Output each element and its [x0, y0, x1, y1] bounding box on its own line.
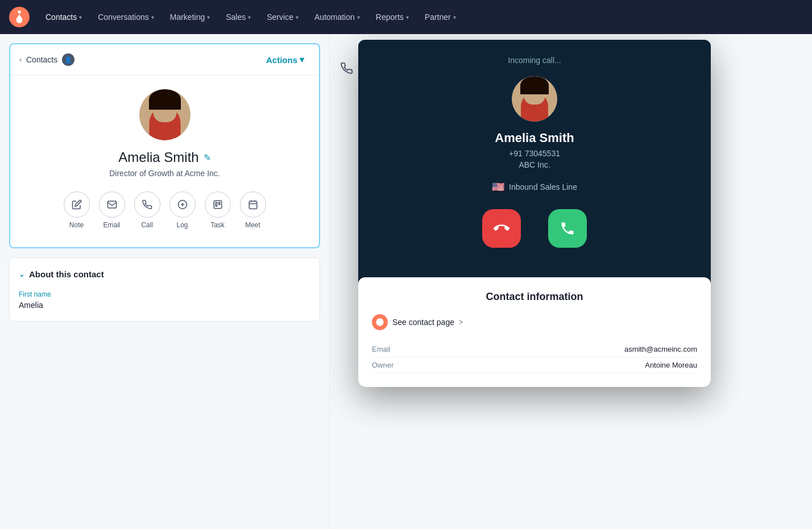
note-icon	[64, 191, 90, 218]
svg-point-1	[18, 10, 20, 13]
nav-automation[interactable]: Automation ▾	[308, 8, 367, 26]
nav-contacts[interactable]: Contacts ▾	[39, 8, 89, 26]
nav-partner-chevron: ▾	[453, 14, 456, 20]
call-label: Call	[141, 221, 153, 229]
person-icon: 👤	[62, 53, 74, 66]
nav-reports[interactable]: Reports ▾	[369, 8, 416, 26]
back-label: Contacts	[26, 55, 57, 64]
avatar-hair	[149, 89, 181, 110]
about-section: ⌄ About this contact First name Amelia	[9, 257, 320, 322]
task-icon	[205, 191, 231, 218]
contact-info-owner-row: Owner Antoine Moreau	[372, 357, 697, 373]
main-content: ‹ Contacts 👤 Actions ▾ Ame	[0, 34, 812, 529]
nav-automation-chevron: ▾	[357, 14, 360, 20]
about-title: About this contact	[29, 269, 104, 279]
contact-title: Director of Growth at Acme Inc.	[19, 169, 310, 178]
see-contact-page-link[interactable]: See contact page >	[372, 314, 697, 330]
call-overlay: Incoming call... Amelia Smith +91 730455…	[358, 40, 711, 387]
call-contact-name: Amelia Smith	[372, 131, 697, 145]
nav-contacts-chevron: ▾	[79, 14, 82, 20]
email-label: Email	[103, 221, 120, 229]
svg-rect-7	[216, 202, 217, 206]
nav-reports-chevron: ▾	[406, 14, 409, 20]
email-field-label: Email	[372, 345, 391, 353]
first-name-value: Amelia	[19, 301, 310, 310]
contact-info-card: Contact information See contact page > E…	[358, 277, 711, 387]
meet-button-item[interactable]: Meet	[240, 191, 266, 229]
svg-rect-2	[107, 201, 116, 208]
about-header[interactable]: ⌄ About this contact	[19, 269, 310, 279]
call-phone: +91 73045531	[372, 149, 697, 158]
call-button-item[interactable]: Call	[134, 191, 160, 229]
edit-icon[interactable]: ✎	[204, 152, 211, 163]
owner-field-value: Antoine Moreau	[645, 361, 697, 369]
right-panel: Incoming call... Amelia Smith +91 730455…	[330, 34, 812, 529]
call-avatar-hair	[520, 76, 549, 94]
contact-name: Amelia Smith	[118, 149, 198, 165]
log-label: Log	[176, 221, 188, 229]
contact-info-fields: Email asmith@acmeinc.com Owner Antoine M…	[372, 341, 697, 373]
call-avatar-face	[512, 76, 557, 122]
actions-button[interactable]: Actions ▾	[260, 51, 310, 68]
hubspot-icon	[372, 314, 388, 330]
contact-body: Amelia Smith ✎ Director of Growth at Acm…	[10, 76, 319, 247]
nav-sales[interactable]: Sales ▾	[219, 8, 258, 26]
svg-point-13	[376, 318, 383, 326]
see-contact-chevron-icon: >	[459, 318, 463, 326]
call-line-label: Inbound Sales Line	[509, 182, 577, 191]
back-to-contacts[interactable]: ‹ Contacts 👤	[19, 53, 74, 66]
actions-chevron-icon: ▾	[300, 55, 304, 65]
contact-info-title: Contact information	[372, 291, 697, 303]
nav-conversations[interactable]: Conversations ▾	[91, 8, 161, 26]
nav-partner[interactable]: Partner ▾	[418, 8, 463, 26]
task-label: Task	[210, 221, 225, 229]
flag-icon: 🇺🇸	[492, 181, 504, 193]
avatar	[139, 89, 190, 140]
svg-rect-9	[249, 201, 257, 209]
avatar-face	[139, 89, 190, 140]
nav-sales-chevron: ▾	[248, 14, 251, 20]
meet-label: Meet	[245, 221, 260, 229]
contact-name-row: Amelia Smith ✎	[19, 149, 310, 165]
svg-rect-8	[218, 202, 219, 205]
note-button-item[interactable]: Note	[64, 191, 90, 229]
left-panel: ‹ Contacts 👤 Actions ▾ Ame	[0, 34, 330, 529]
email-button-item[interactable]: Email	[99, 191, 125, 229]
log-button-item[interactable]: Log	[169, 191, 196, 229]
note-label: Note	[69, 221, 84, 229]
svg-rect-6	[214, 201, 222, 209]
back-chevron-icon: ‹	[19, 56, 22, 64]
email-icon	[99, 191, 125, 218]
call-icon	[134, 191, 160, 218]
email-field-value: asmith@acmeinc.com	[624, 345, 697, 353]
contact-header-top: ‹ Contacts 👤 Actions ▾	[10, 44, 319, 76]
call-line-info: 🇺🇸 Inbound Sales Line	[372, 181, 697, 193]
nav-service-chevron: ▾	[296, 14, 299, 20]
nav-service[interactable]: Service ▾	[260, 8, 305, 26]
log-icon	[169, 191, 196, 218]
first-name-label: First name	[19, 290, 310, 298]
task-button-item[interactable]: Task	[205, 191, 231, 229]
owner-field-label: Owner	[372, 361, 393, 369]
incoming-call-text: Incoming call...	[372, 56, 697, 65]
nav-marketing-chevron: ▾	[207, 14, 210, 20]
contact-info-email-row: Email asmith@acmeinc.com	[372, 341, 697, 357]
call-avatar	[512, 76, 557, 122]
meet-icon	[240, 191, 266, 218]
call-top: Incoming call... Amelia Smith +91 730455…	[358, 40, 711, 277]
first-name-field: First name Amelia	[19, 290, 310, 310]
action-buttons-row: Note Email	[19, 191, 310, 229]
call-action-buttons	[372, 209, 697, 248]
accept-call-button[interactable]	[548, 209, 587, 248]
decline-call-button[interactable]	[482, 209, 521, 248]
hubspot-logo[interactable]	[9, 7, 30, 27]
about-chevron-icon: ⌄	[19, 270, 24, 278]
nav-conversations-chevron: ▾	[151, 14, 154, 20]
nav-marketing[interactable]: Marketing ▾	[163, 8, 217, 26]
call-company: ABC Inc.	[372, 160, 697, 169]
contact-header-card: ‹ Contacts 👤 Actions ▾ Ame	[9, 43, 320, 248]
navigation: Contacts ▾ Conversations ▾ Marketing ▾ S…	[0, 0, 812, 34]
side-call-button[interactable]	[335, 57, 358, 80]
